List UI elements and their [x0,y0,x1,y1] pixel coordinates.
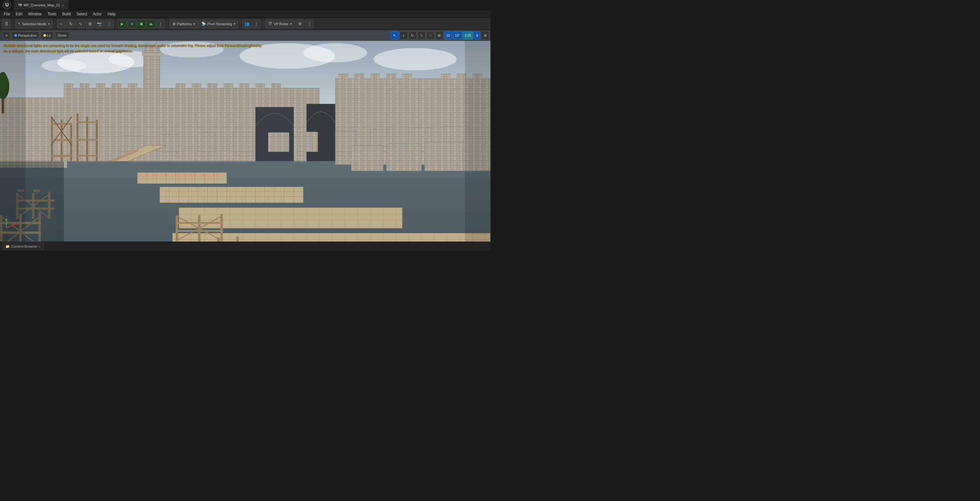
menu-tools[interactable]: Tools [45,11,59,17]
grid-snap-btn[interactable]: ⊞ [435,31,444,40]
content-browser-icon: 📁 [5,244,10,249]
svg-text:U: U [5,2,9,7]
warning-line2: As a fallback, the main directional ligh… [3,48,262,54]
menu-bar: File Edit Window Tools Build Select Acto… [0,10,490,18]
viewport-options-btn[interactable]: ⊞ [481,31,489,40]
menu-edit[interactable]: Edit [13,11,25,17]
perspective-btn[interactable]: Perspective [11,32,39,39]
stop-button[interactable]: ⏹ [137,19,146,29]
map-tab[interactable]: 🗺 MP_Overview_Map_01 × [14,0,68,10]
camera-settings-btn[interactable]: 📷 [95,19,104,29]
selection-mode-button[interactable]: ↖ Selection Mode [15,19,52,29]
pixel-streaming-button[interactable]: 📡 Pixel Streaming [199,19,238,29]
pause-button[interactable]: ⏸ [127,19,136,29]
svg-rect-63 [387,144,422,171]
menu-build[interactable]: Build [60,11,73,17]
svg-rect-136 [236,236,239,242]
eject-button[interactable]: ⏏ [146,19,156,29]
selection-mode-label: Selection Mode [22,22,46,26]
svg-rect-127 [176,216,178,241]
viewport[interactable]: ≡ Perspective Lit Show ↖ + ↻ [0,30,490,241]
svg-rect-74 [76,114,78,162]
scene-background [0,30,490,241]
toolbar-more-btn[interactable]: ⋮ [105,19,114,29]
svg-rect-31 [192,83,201,90]
menu-select[interactable]: Select [74,11,89,17]
toolbar-extra-btn[interactable]: ⋮ [305,19,314,29]
play-options-btn[interactable]: ⋮ [156,19,165,29]
svg-rect-45 [441,74,450,80]
streaming-icon: 📡 [202,22,206,26]
multiplayer-options-icon: ⋮ [255,22,258,26]
svg-line-153 [3,225,6,228]
transform-rotate-btn[interactable]: ↻ [67,19,75,29]
svg-text:X: X [17,223,19,226]
cursor-mode-btn[interactable]: ↖ [391,31,399,40]
translate-mode-btn[interactable]: + [399,31,408,40]
svg-rect-34 [240,83,249,90]
transform-scale-btn[interactable]: ⤡ [76,19,85,29]
more-dots-icon: ⋮ [107,22,111,26]
svg-rect-135 [217,238,220,242]
rotate-mode-btn[interactable]: ↻ [409,31,417,40]
tab-close-icon[interactable]: × [62,3,64,7]
svg-rect-46 [457,74,466,80]
eject-icon: ⏏ [149,22,153,26]
svg-rect-129 [220,214,223,241]
platforms-button[interactable]: 🖥 Platforms [169,19,198,29]
coordinate-axes: X Y Z [3,215,19,232]
content-browser-label: Content Browser [11,244,37,248]
grid-value: 10 [446,34,450,37]
multiplayer-icon: 👥 [245,22,250,26]
svg-rect-44 [402,74,412,80]
tab-area: 🗺 MP_Overview_Map_01 × [14,0,68,10]
snap-settings-btn[interactable]: ⊞ [86,19,94,29]
extra-icon: ⋮ [307,22,311,26]
platforms-icon: 🖥 [172,22,176,26]
svg-rect-41 [355,74,364,80]
scale-value-btn[interactable]: 0.25 [463,31,473,40]
content-browser-close[interactable]: × [39,245,41,248]
vp-roles-icon: 🎬 [268,22,272,26]
svg-point-16 [303,43,367,63]
scale-mode-btn[interactable]: ⤡ [417,31,426,40]
hamburger-icon: ☰ [5,22,8,26]
svg-rect-54 [198,133,216,152]
menu-help[interactable]: Help [105,11,118,17]
play-button[interactable]: ▶ [118,19,127,29]
warning-line1: Multiple directional lights are competin… [3,43,262,48]
toolbar-settings-btn[interactable]: ⚙ [295,19,304,29]
svg-rect-42 [371,74,380,80]
lit-btn[interactable]: Lit [41,32,54,39]
svg-rect-93 [160,187,303,203]
scale-icon: ⤡ [79,22,82,26]
title-bar: U 🗺 MP_Overview_Map_01 × [0,0,490,10]
svg-rect-26 [80,83,89,90]
viewport-menu-icon: ≡ [5,33,7,37]
multiplayer-btn[interactable]: 👥 [242,19,251,29]
menu-file[interactable]: File [1,11,13,17]
rotate-icon: ↻ [69,22,73,26]
platforms-label: Platforms [177,22,192,26]
camera-speed-btn[interactable]: 8 [474,31,480,40]
transform-translate-btn[interactable]: ↔ [57,19,66,29]
svg-rect-79 [76,155,97,157]
content-browser-tab[interactable]: 📁 Content Browser × [3,242,43,251]
menu-actor[interactable]: Actor [91,11,104,17]
angle-value-btn[interactable]: 10° [453,31,462,40]
warning-text: Multiple directional lights are competin… [3,43,262,53]
translate-icon: ↔ [59,22,63,26]
viewport-menu-btn[interactable]: ≡ [3,32,10,39]
svg-rect-40 [339,74,348,80]
multiplayer-options-btn[interactable]: ⋮ [252,19,261,29]
svg-rect-82 [137,173,227,184]
svg-rect-29 [128,83,137,90]
show-btn[interactable]: Show [55,32,70,39]
surface-snap-btn[interactable]: ○ [426,31,434,40]
vp-roles-button[interactable]: 🎬 VP Roles [265,19,295,29]
svg-rect-134 [198,238,200,242]
lit-dot [43,34,46,37]
toolbar-menu-button[interactable]: ☰ [2,19,11,29]
grid-value-btn[interactable]: 10 [444,31,452,40]
menu-window[interactable]: Window [25,11,45,17]
